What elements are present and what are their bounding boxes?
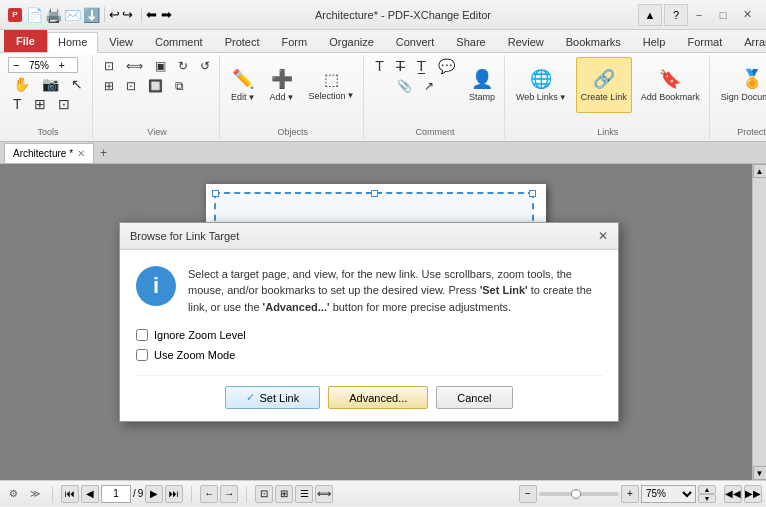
window-controls: − □ ✕ (688, 5, 758, 25)
create-link-button[interactable]: 🔗 Create Link (576, 57, 632, 113)
col4[interactable]: ⧉ (170, 77, 189, 95)
set-link-button[interactable]: ✓ Set Link (225, 386, 320, 409)
title-bar-icons: 📄 🖨️ ✉️ ⬇️ (26, 7, 100, 23)
zoom-up-arrow[interactable]: ▲ (698, 485, 716, 494)
zoom-slider-thumb[interactable] (571, 489, 581, 499)
zoom-control[interactable]: − 75% + (8, 57, 78, 73)
nav-fwd[interactable]: ➡ (161, 7, 172, 22)
tab-organize[interactable]: Organize (318, 32, 385, 52)
last-page-button[interactable]: ⏭ (165, 485, 183, 503)
stamp-button[interactable]: 👤 Stamp (464, 57, 500, 113)
typewriter-tool[interactable]: T (8, 95, 27, 113)
fit-page[interactable]: ⊡ (99, 57, 119, 75)
tab-form[interactable]: Form (271, 32, 319, 52)
scroll-track[interactable] (753, 178, 766, 466)
ribbon-collapse[interactable]: ▲ (638, 4, 662, 26)
doc-tab-close[interactable]: ✕ (77, 148, 85, 159)
next-page-button[interactable]: ▶ (145, 485, 163, 503)
col2[interactable]: ⊡ (121, 77, 141, 95)
add-button[interactable]: ➕ Add ▼ (264, 57, 299, 113)
tab-protect[interactable]: Protect (214, 32, 271, 52)
scroll-down-button[interactable]: ▼ (753, 466, 767, 480)
new-tab-button[interactable]: + (94, 144, 113, 162)
tab-home[interactable]: Home (47, 32, 98, 53)
use-zoom-checkbox[interactable] (136, 349, 148, 361)
fwd-button[interactable]: → (220, 485, 238, 503)
rotate-ccw[interactable]: ↺ (195, 57, 215, 75)
page-total: 9 (138, 488, 144, 499)
tab-convert[interactable]: Convert (385, 32, 446, 52)
sign-document-button[interactable]: 🏅 Sign Document (716, 57, 766, 113)
two-page-btn[interactable]: ⊞ (275, 485, 293, 503)
first-page-button[interactable]: ⏮ (61, 485, 79, 503)
single-page-btn[interactable]: ⊡ (255, 485, 273, 503)
tab-comment[interactable]: Comment (144, 32, 214, 52)
edit-icon: ✏️ (232, 68, 254, 90)
zoom-in-button[interactable]: + (621, 485, 639, 503)
view-mode[interactable]: ▣ (150, 57, 171, 75)
dialog-close-button[interactable]: ✕ (598, 229, 608, 243)
scroll-mode-btn[interactable]: ☰ (295, 485, 313, 503)
edit-button[interactable]: ✏️ Edit ▼ (226, 57, 260, 113)
ribbon-group-view: ⊡ ⟺ ▣ ↻ ↺ ⊞ ⊡ 🔲 ⧉ View (95, 55, 220, 139)
advanced-button[interactable]: Advanced... (328, 386, 428, 409)
ribbon: − 75% + ✋ 📷 ↖ T ⊞ ⊡ Tools (0, 53, 766, 142)
scroll-up-button[interactable]: ▲ (753, 164, 767, 178)
attach[interactable]: 📎 (392, 77, 417, 95)
create-link-label: Create Link (581, 92, 627, 102)
tab-view[interactable]: View (98, 32, 144, 52)
tab-share[interactable]: Share (445, 32, 496, 52)
maximize-button[interactable]: □ (712, 5, 734, 25)
minimize-button[interactable]: − (688, 5, 710, 25)
cancel-button[interactable]: Cancel (436, 386, 512, 409)
fit-btn[interactable]: ⟺ (315, 485, 333, 503)
ignore-zoom-checkbox[interactable] (136, 329, 148, 341)
back-button[interactable]: ← (200, 485, 218, 503)
tool3[interactable]: ⊞ (29, 95, 51, 113)
zoom-down-arrow[interactable]: ▼ (698, 494, 716, 503)
comment-bubble[interactable]: 💬 (433, 57, 460, 75)
set-link-check-icon: ✓ (246, 391, 255, 404)
extra-back[interactable]: ◀◀ (724, 485, 742, 503)
strikethrough[interactable]: T̶ (391, 57, 410, 75)
extra-fwd[interactable]: ▶▶ (744, 485, 762, 503)
close-button[interactable]: ✕ (736, 5, 758, 25)
add-bookmark-button[interactable]: 🔖 Add Bookmark (636, 57, 705, 113)
add-icon: ➕ (271, 68, 293, 90)
tool4[interactable]: ⊡ (53, 95, 75, 113)
hand-tool[interactable]: ✋ (8, 75, 35, 93)
add-bookmark-label: Add Bookmark (641, 92, 700, 102)
tab-bookmarks[interactable]: Bookmarks (555, 32, 632, 52)
camera-tool[interactable]: 📷 (37, 75, 64, 93)
separator-2 (191, 486, 192, 502)
nav-back[interactable]: ⬅ (146, 7, 157, 22)
zoom-select[interactable]: 75% 100% 125% 150% (641, 485, 696, 503)
selection-button[interactable]: ⬚ Selection ▼ (303, 57, 359, 113)
zoom-input[interactable]: 75% (21, 60, 56, 71)
col3[interactable]: 🔲 (143, 77, 168, 95)
zoom-slider[interactable] (539, 492, 619, 496)
col1[interactable]: ⊞ (99, 77, 119, 95)
tab-arrange[interactable]: Arrange (733, 32, 766, 52)
arrow-tool[interactable]: ↗ (419, 77, 439, 95)
page-number-input[interactable]: 1 (101, 485, 131, 503)
tab-format[interactable]: Format (676, 32, 733, 52)
prev-page-button[interactable]: ◀ (81, 485, 99, 503)
help-button[interactable]: ? (664, 4, 688, 26)
text-highlight[interactable]: T (370, 57, 389, 75)
tab-review[interactable]: Review (497, 32, 555, 52)
info-description: Select a target page, and view, for the … (188, 266, 602, 316)
settings-button[interactable]: ⚙ (4, 485, 22, 503)
zoom-out-button[interactable]: − (519, 485, 537, 503)
expand-button[interactable]: ≫ (26, 485, 44, 503)
ignore-zoom-label: Ignore Zoom Level (154, 329, 246, 341)
underline[interactable]: T̲ (412, 57, 431, 75)
dialog-title-bar: Browse for Link Target ✕ (120, 223, 618, 250)
select-tool[interactable]: ↖ (66, 75, 88, 93)
web-links-button[interactable]: 🌐 Web Links ▼ (511, 57, 572, 113)
file-menu[interactable]: File (4, 30, 47, 52)
fit-width[interactable]: ⟺ (121, 57, 148, 75)
doc-tab-architecture[interactable]: Architecture * ✕ (4, 143, 94, 163)
rotate-cw[interactable]: ↻ (173, 57, 193, 75)
tab-help[interactable]: Help (632, 32, 677, 52)
